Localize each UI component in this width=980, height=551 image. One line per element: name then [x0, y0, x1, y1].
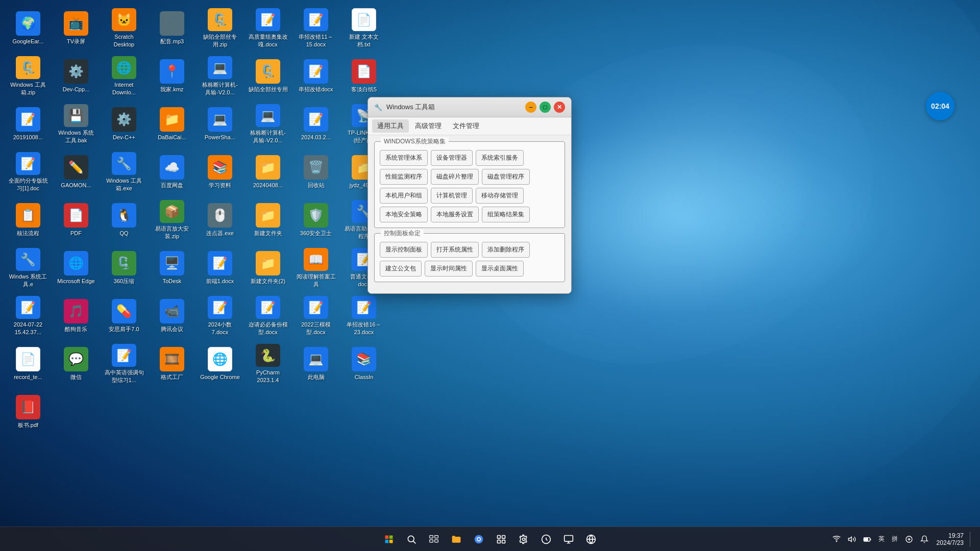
btn-briefcase[interactable]: 建立公文包 — [380, 261, 422, 277]
btn-local-svc[interactable]: 本地服务设置 — [431, 207, 479, 222]
desktop-icon-doc4[interactable]: 📝全面约分专版统习[1].doc — [5, 149, 51, 195]
show-desktop-button[interactable] — [970, 532, 974, 547]
desktop-icon-diannaoshu[interactable]: 🖱️连点器.exe — [197, 197, 243, 243]
desktop-icon-doc2[interactable]: 📝20191008... — [5, 101, 51, 147]
desktop-icon-doc6[interactable]: 📝2024-07-22 15.42.37... — [5, 293, 51, 339]
desktop-icon-zip1[interactable]: 🗜️缺陷全部丝专用.zip — [197, 5, 243, 51]
desktop-icon-pdf3[interactable]: 📝单招改错16～23.docx — [341, 293, 387, 339]
browser2-button[interactable] — [469, 529, 489, 549]
btn-open-sys-props[interactable]: 打开系统属性 — [431, 242, 479, 258]
desktop-icon-txt1[interactable]: 📄新建 文本文档.txt — [341, 5, 387, 51]
dialog-minimize-button[interactable]: – — [525, 102, 536, 113]
task-view-button[interactable] — [424, 529, 444, 549]
btn-device-mgr[interactable]: 设备管理器 — [431, 150, 473, 166]
desktop-icon-kmz[interactable]: 📍我家.kmz — [149, 53, 195, 99]
btn-disk-defrag[interactable]: 磁盘碎片整理 — [431, 169, 479, 185]
file-explorer-button[interactable] — [446, 529, 467, 549]
desktop-icon-xuexi[interactable]: 📚学习资料 — [197, 149, 243, 195]
desktop-icon-mypc[interactable]: 💻此电脑 — [293, 341, 339, 387]
desktop-icon-docx2[interactable]: 📝串招改错11～15.docx — [293, 5, 339, 51]
btn-display-props[interactable]: 显示桌面属性 — [476, 261, 524, 277]
desktop-icon-weixin[interactable]: 💬微信 — [53, 341, 99, 387]
desktop-icon-zip2[interactable]: 🗜️Windows 工具箱.zip — [5, 53, 51, 99]
desktop-icon-gaomon[interactable]: ✏️GAOMON... — [53, 149, 99, 195]
desktop-icon-yiyuyan[interactable]: 📦易语言放大安装.zip — [149, 197, 195, 243]
dialog-maximize-button[interactable]: □ — [540, 102, 551, 113]
desktop-icon-doc5[interactable]: 📝前端1.docx — [197, 245, 243, 291]
desktop-icon-docx1[interactable]: 📝高质量组奥集改嘎.docx — [245, 5, 291, 51]
search-button[interactable] — [401, 529, 422, 549]
desktop-icon-exe1[interactable]: 💻栋栋断计算机-具输-V2.0... — [197, 53, 243, 99]
desktop-icon-gezhi[interactable]: 🎞️格式工厂 — [149, 341, 195, 387]
extra1-button[interactable] — [536, 529, 556, 549]
menu-item-wenjian[interactable]: 文件管理 — [448, 119, 484, 133]
tray-lang-en[interactable]: 英 — [876, 534, 887, 544]
btn-local-users[interactable]: 本机用户和组 — [380, 188, 428, 204]
apps-button[interactable] — [491, 529, 511, 549]
desktop-icon-devCpp[interactable]: ⚙️Dev-Cpp... — [53, 53, 99, 99]
btn-disk-mgmt[interactable]: 磁盘管理程序 — [482, 169, 530, 185]
desktop-icon-zip3[interactable]: 🗜️缺陷全部丝专用 — [245, 53, 291, 99]
desktop-icon-classin[interactable]: 📚ClassIn — [341, 341, 387, 387]
desktop-icon-powershell[interactable]: 💻PowerSha... — [197, 101, 243, 147]
settings-taskbar-button[interactable] — [513, 529, 534, 549]
desktop-icon-chrome[interactable]: 🌐Google Chrome — [197, 341, 243, 387]
desktop-icon-dabai[interactable]: 📁DaBaiCai... — [149, 101, 195, 147]
desktop-icon-record[interactable]: 📄record_te... — [5, 341, 51, 387]
desktop-icon-exe2[interactable]: 💻栋栋断计算机-具输-V2.0... — [245, 101, 291, 147]
desktop-icon-bak[interactable]: 💾Windows 系统工具.bak — [53, 101, 99, 147]
desktop-icon-doc9[interactable]: 📝2022三模模型.docx — [293, 293, 339, 339]
desktop-icon-ansijian[interactable]: 💊安思肩手7.0 — [101, 293, 147, 339]
desktop-icon-pycharm[interactable]: 🐍PyCharm 2023.1.4 — [245, 341, 291, 387]
desktop-icon-gaokao[interactable]: 📝高中英语强调句型综习1... — [101, 341, 147, 387]
desktop-icon-yuedu[interactable]: 📖阅读理解答案工具 — [293, 245, 339, 291]
btn-computer-mgmt[interactable]: 计算机管理 — [431, 188, 473, 204]
tray-network-icon[interactable] — [830, 533, 843, 545]
btn-index-svc[interactable]: 系统索引服务 — [476, 150, 524, 166]
timer-widget[interactable]: 02:04 — [926, 92, 954, 120]
desktop-icon-audio[interactable]: 🎵配音.mp3 — [149, 5, 195, 51]
desktop-icon-pdf2[interactable]: ☁️百度网盘 — [149, 149, 195, 195]
btn-show-control[interactable]: 显示控制面板 — [380, 242, 428, 258]
desktop-icon-scratch[interactable]: 🐱Scratch Desktop — [101, 5, 147, 51]
btn-add-remove-prog[interactable]: 添加删除程序 — [482, 242, 530, 258]
btn-perf-monitor[interactable]: 性能监测程序 — [380, 169, 428, 185]
start-button[interactable] — [379, 529, 399, 549]
desktop-icon-recycle[interactable]: 🗑️回收站 — [293, 149, 339, 195]
desktop-icon-doc7[interactable]: 📝2024小数7.docx — [197, 293, 243, 339]
toolbox-dialog[interactable]: 🔧 Windows 工具箱 – □ ✕ 通用工具 高级管理 文件管理 WINDO… — [368, 97, 572, 294]
desktop-icon-kuwo[interactable]: 🎵酷狗音乐 — [53, 293, 99, 339]
tray-speaker-icon[interactable] — [846, 533, 858, 545]
desktop-icon-todesk[interactable]: 🖥️ToDesk — [149, 245, 195, 291]
btn-system-mgmt[interactable]: 系统管理体系 — [380, 150, 428, 166]
desktop-icon-googleearth[interactable]: 🌍GoogleEar... — [5, 5, 51, 51]
desktop-icon-pdf1[interactable]: 📄客淡白纸5 — [341, 53, 387, 99]
tray-input-pin[interactable]: 拼 — [890, 534, 900, 544]
desktop-icon-pdf_book[interactable]: 📕板书.pdf — [5, 389, 51, 435]
desktop-icon-pdfapp[interactable]: 📄PDF — [53, 197, 99, 243]
btn-local-security[interactable]: 本地安全策略 — [380, 207, 428, 222]
desktop-icon-folder2[interactable]: 📁新建文件夹 — [245, 197, 291, 243]
desktop-icon-doc3[interactable]: 📝2024.03.2... — [293, 101, 339, 147]
desktop-icon-qq[interactable]: 🐧QQ — [101, 197, 147, 243]
btn-group-policy[interactable]: 组策略结果集 — [482, 207, 530, 222]
tray-battery-icon[interactable] — [861, 533, 873, 545]
desktop-icon-tengxun[interactable]: 📹腾讯会议 — [149, 293, 195, 339]
desktop-icon-folder1[interactable]: 📁20240408... — [245, 149, 291, 195]
clock-area[interactable]: 19:37 2024/7/23 — [935, 532, 966, 546]
desktop-icon-folder3[interactable]: 📁新建文件夹(2) — [245, 245, 291, 291]
btn-storage-mgmt[interactable]: 移动存储管理 — [476, 188, 524, 204]
extra2-button[interactable] — [558, 529, 579, 549]
menu-item-gaoji[interactable]: 高级管理 — [410, 119, 447, 133]
desktop-icon-windows_tools[interactable]: 🔧Windws 系统工具.e — [5, 245, 51, 291]
desktop-icon-docx3[interactable]: 📝串招改错docx — [293, 53, 339, 99]
menu-item-tongyong[interactable]: 通用工具 — [372, 119, 409, 133]
desktop-icon-exe3[interactable]: 🔧Windows 工具箱.exe — [101, 149, 147, 195]
desktop-icon-s360[interactable]: 🗜️360压缩 — [101, 245, 147, 291]
dialog-close-button[interactable]: ✕ — [554, 102, 565, 113]
extra3-button[interactable] — [581, 529, 601, 549]
tray-ime-icon[interactable] — [903, 533, 915, 545]
desktop-icon-devCpp2[interactable]: ⚙️Dev-C++ — [101, 101, 147, 147]
desktop-icon-internet[interactable]: 🌐Internet Downlo... — [101, 53, 147, 99]
desktop-icon-tv[interactable]: 📺TV录屏 — [53, 5, 99, 51]
